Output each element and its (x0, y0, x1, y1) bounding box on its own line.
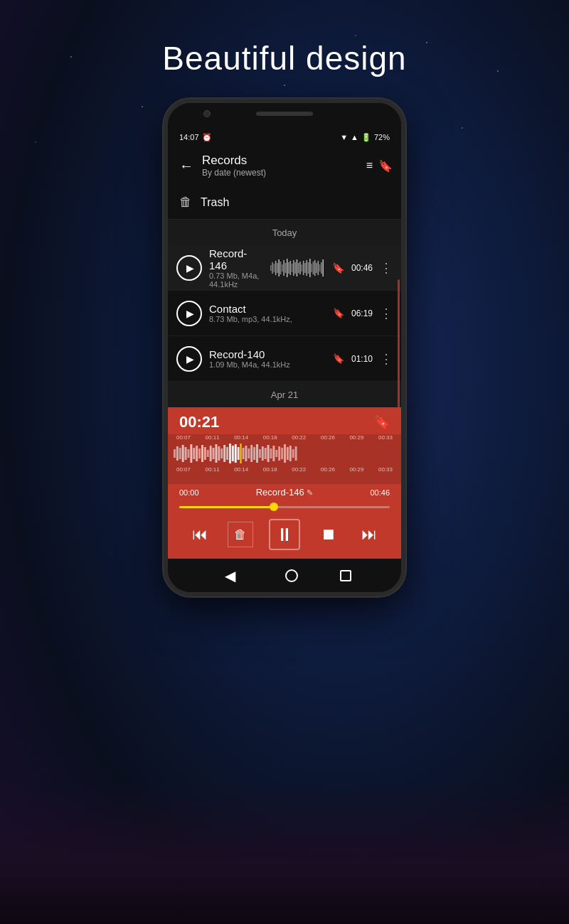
svg-rect-71 (278, 446, 280, 461)
svg-rect-69 (272, 446, 275, 461)
bookmark-icon-0[interactable]: 🔖 (332, 262, 344, 274)
stop-button[interactable]: ⏹ (316, 522, 341, 547)
svg-rect-12 (290, 261, 292, 275)
record-name-0: Record-146 (209, 247, 263, 272)
trash-icon[interactable]: 🗑 (179, 195, 192, 210)
record-duration-0: 00:46 (351, 263, 373, 273)
svg-rect-52 (226, 447, 228, 460)
svg-rect-60 (248, 448, 250, 458)
pause-button[interactable]: ⏸ (269, 519, 300, 550)
page-headline: Beautiful design (162, 39, 406, 77)
svg-rect-53 (229, 444, 231, 463)
nav-recents-button[interactable] (340, 570, 351, 581)
svg-rect-67 (267, 445, 270, 462)
wifi-icon: ▼ (340, 133, 348, 141)
svg-rect-57 (240, 444, 242, 463)
svg-rect-6 (280, 262, 282, 274)
delete-button[interactable]: 🗑 (228, 522, 253, 547)
status-time: 14:07 (179, 133, 199, 141)
bookmark-icon[interactable]: 🔖 (378, 159, 393, 173)
player-bookmark-icon[interactable]: 🔖 (374, 414, 390, 430)
nav-home-button[interactable] (285, 569, 298, 582)
phone-body: 14:07 ⏰ ▼ ▲ 🔋 72% ← Records By date (new… (164, 99, 405, 596)
next-button[interactable]: ⏭ (356, 522, 382, 547)
sort-icon[interactable]: ≡ (366, 159, 373, 173)
player-controls: ⏮ 🗑 ⏸ ⏹ ⏭ (168, 513, 401, 559)
svg-rect-56 (238, 447, 240, 460)
waveform-times-top: 00:07 00:11 00:14 00:18 00:22 00:26 00:2… (174, 434, 395, 441)
play-button-2[interactable]: ▶ (176, 346, 202, 372)
svg-rect-43 (201, 445, 203, 462)
svg-rect-4 (277, 263, 279, 273)
record-duration-2: 01:10 (351, 354, 373, 364)
svg-rect-5 (279, 259, 280, 276)
play-button-1[interactable]: ▶ (176, 301, 202, 326)
play-button-0[interactable]: ▶ (176, 255, 202, 281)
svg-rect-68 (270, 448, 272, 458)
svg-rect-26 (313, 262, 314, 274)
svg-rect-16 (297, 259, 298, 276)
battery-percent: 72% (374, 133, 390, 141)
nav-bar: ◀ (168, 559, 401, 593)
record-duration-1: 06:19 (351, 308, 373, 318)
play-icon-1: ▶ (186, 308, 194, 319)
progress-bar-container[interactable] (168, 500, 401, 513)
record-info-2: Record-140 1.09 Mb, M4a, 44.1kHz (209, 348, 326, 369)
svg-rect-0 (270, 265, 272, 271)
svg-rect-62 (253, 447, 255, 460)
record-item-2[interactable]: ▶ Record-140 1.09 Mb, M4a, 44.1kHz 🔖 01:… (168, 336, 401, 382)
progress-track[interactable] (179, 506, 390, 508)
svg-rect-32 (323, 259, 324, 276)
svg-rect-66 (265, 448, 267, 459)
waveform-times-bottom: 00:07 00:11 00:14 00:18 00:22 00:26 00:2… (174, 466, 395, 473)
svg-rect-23 (308, 262, 309, 274)
svg-rect-19 (302, 264, 303, 272)
svg-rect-55 (235, 444, 237, 463)
prev-button[interactable]: ⏮ (187, 522, 213, 547)
play-icon-2: ▶ (186, 353, 194, 365)
svg-rect-42 (198, 448, 201, 458)
record-name-1: Contact (209, 303, 326, 315)
more-icon-1[interactable]: ⋮ (380, 306, 393, 321)
svg-rect-30 (319, 264, 321, 272)
svg-rect-38 (188, 449, 190, 458)
alarm-icon: ⏰ (202, 133, 212, 142)
bookmark-icon-2[interactable]: 🔖 (333, 353, 344, 364)
more-icon-2[interactable]: ⋮ (380, 351, 393, 367)
svg-rect-2 (274, 264, 275, 272)
svg-rect-74 (287, 447, 289, 460)
back-button[interactable]: ← (176, 155, 196, 177)
player-waveform[interactable]: 00:07 00:11 00:14 00:18 00:22 00:26 00:2… (168, 434, 401, 484)
svg-rect-49 (218, 446, 220, 461)
svg-rect-27 (314, 260, 316, 276)
waveform-visual (174, 441, 395, 466)
svg-rect-39 (190, 444, 192, 463)
trash-label[interactable]: Trash (201, 196, 229, 209)
svg-rect-20 (303, 261, 304, 275)
record-item-0[interactable]: ▶ Record-146 0.73 Mb, M4a, 44.1kHz (168, 245, 401, 291)
edit-icon[interactable]: ✎ (307, 488, 313, 497)
svg-rect-47 (213, 448, 215, 459)
section-header-today: Today (168, 220, 401, 245)
svg-rect-58 (243, 448, 245, 459)
svg-rect-1 (272, 262, 274, 274)
progress-fill (179, 506, 274, 508)
nav-back-button[interactable]: ◀ (218, 563, 243, 589)
svg-rect-65 (262, 446, 264, 461)
scrollbar[interactable] (398, 279, 400, 426)
record-item-1[interactable]: ▶ Contact 8.73 Mb, mp3, 44.1kHz, 🔖 06:19… (168, 291, 401, 336)
svg-rect-77 (295, 446, 297, 461)
phone-top-bar (168, 103, 401, 129)
svg-rect-61 (250, 445, 252, 462)
app-title: Records (202, 154, 361, 168)
svg-rect-41 (196, 446, 198, 461)
status-bar: 14:07 ⏰ ▼ ▲ 🔋 72% (168, 129, 401, 146)
svg-rect-17 (298, 263, 299, 273)
more-icon-0[interactable]: ⋮ (380, 260, 393, 276)
player-current-time: 00:21 (179, 413, 219, 431)
play-icon-0: ▶ (186, 262, 194, 274)
player-label-row: 00:00 Record-146 ✎ 00:46 (168, 484, 401, 500)
bookmark-icon-1[interactable]: 🔖 (333, 308, 344, 318)
side-button (403, 274, 405, 317)
svg-rect-8 (284, 260, 285, 276)
